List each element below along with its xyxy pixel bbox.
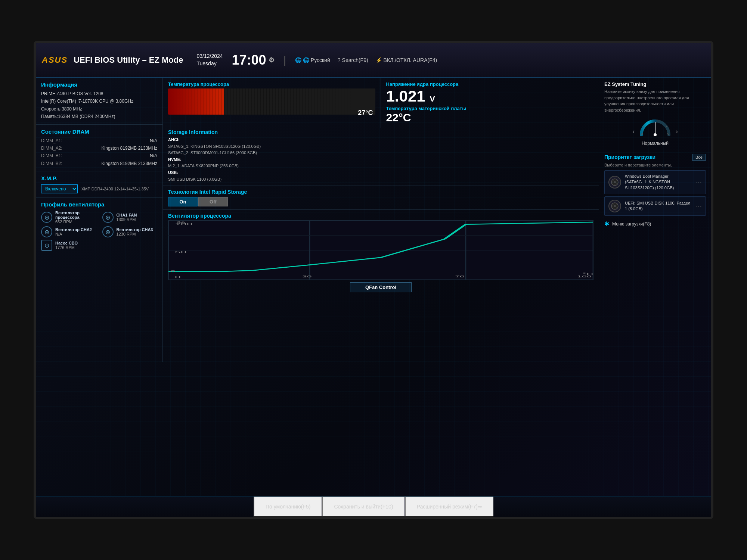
boot-menu-label: Меню загрузки(F8) bbox=[612, 221, 651, 227]
fan-cpu: ⊛ Вентилятор процессора 652 RPM bbox=[41, 211, 96, 224]
boot-all-btn[interactable]: Все bbox=[692, 154, 706, 161]
fan-chart-title: Вентилятор процессора bbox=[168, 213, 593, 219]
gear-icon[interactable]: ⚙ bbox=[269, 56, 275, 64]
bios-screen: ASUS UEFI BIOS Utility – EZ Mode 03/12/2… bbox=[34, 41, 713, 519]
date-value: 03/12/2024 bbox=[196, 53, 223, 59]
svg-point-19 bbox=[654, 133, 657, 136]
ez-arrow-left[interactable]: ‹ bbox=[632, 128, 635, 136]
ez-meter-label: Нормальный bbox=[638, 141, 672, 146]
fan-pump: ⊙ Насос СВО 1776 RPM bbox=[41, 240, 96, 251]
boot-item-1-dots: ⋯ bbox=[696, 179, 702, 186]
m2: M.2_1: ADATA SX8200PNP (256.0GB) bbox=[168, 163, 593, 169]
search-label: Search(F9) bbox=[342, 57, 368, 63]
footer-defaults-btn[interactable]: По умолчанию(F5) bbox=[254, 497, 322, 517]
boot-menu-btn[interactable]: ✱ Меню загрузки(F8) bbox=[604, 218, 651, 230]
divider: | bbox=[283, 54, 286, 66]
usb-label: USB: bbox=[168, 169, 593, 176]
fan-profile-title: Профиль вентилятора bbox=[41, 201, 157, 208]
ahci-label: AHCI: bbox=[168, 137, 593, 143]
center-column: Температура процессора 27°C Напряжение я… bbox=[163, 78, 599, 362]
xmp-controls: Включено Выключено XMP DDR4-2400 12-14-1… bbox=[41, 184, 157, 193]
sata2: SATA6G_2: ST3000DM001-1CH166 (3000.5GB) bbox=[168, 150, 593, 156]
lang-btn[interactable]: 🌐 🌐 Русский bbox=[295, 57, 330, 63]
storage-section: Storage Information AHCI: SATA6G_1: KING… bbox=[163, 126, 599, 186]
cpu-temp-block: Температура процессора 27°C bbox=[163, 78, 381, 128]
fan-cha2-icon: ⊛ bbox=[41, 226, 52, 237]
fan-chart-wrapper: 100 50 0 0 30 70 100 °C % bbox=[168, 220, 593, 280]
boot-disk-icon-1 bbox=[608, 176, 621, 189]
svg-point-28 bbox=[614, 205, 616, 207]
svg-text:%: % bbox=[177, 221, 186, 224]
cpu-temp-title: Температура процессора bbox=[168, 81, 375, 87]
rst-on-btn[interactable]: On bbox=[168, 197, 198, 206]
mb-temp-value: 22°C bbox=[386, 111, 594, 124]
xmp-select[interactable]: Включено Выключено bbox=[41, 184, 78, 193]
boot-header: Приоритет загрузки Все bbox=[604, 154, 706, 161]
svg-point-25 bbox=[614, 181, 616, 183]
xmp-section: X.M.P. Включено Выключено XMP DDR4-2400 … bbox=[36, 171, 162, 197]
storage-content: AHCI: SATA6G_1: KINGSTON SH103S3120G (12… bbox=[168, 137, 593, 183]
cpu-voltage-title: Напряжение ядра процессора bbox=[386, 81, 594, 87]
asus-logo: ASUS bbox=[42, 55, 68, 65]
bios-title: UEFI BIOS Utility – EZ Mode bbox=[74, 55, 183, 65]
nvme-label: NVME: bbox=[168, 156, 593, 163]
boot-item-2[interactable]: UEFI: SMI USB DISK 1100, Раздел 1 (8.0GB… bbox=[604, 196, 706, 216]
left-column: Информация PRIME Z490-P BIOS Ver. 1208 I… bbox=[36, 78, 163, 362]
boot-section: Приоритет загрузки Все Выберите и перета… bbox=[599, 150, 711, 362]
aura-btn[interactable]: ⚡ ВКЛ./ОТКЛ. AURA(F4) bbox=[376, 57, 437, 63]
dram-a2: DIMM_A2: Kingston 8192MB 2133MHz bbox=[41, 144, 157, 152]
ez-tuning-title: EZ System Tuning bbox=[604, 81, 706, 87]
boot-item-1-name: Windows Boot Manager (SATA6G_1: KINGSTON… bbox=[625, 174, 692, 191]
rst-title: Технология Intel Rapid Storage bbox=[168, 189, 593, 195]
search-btn[interactable]: ? Search(F9) bbox=[338, 57, 368, 63]
svg-text:70: 70 bbox=[455, 275, 464, 278]
xmp-profile: XMP DDR4-2400 12-14-14-35-1.35V bbox=[81, 187, 149, 191]
svg-text:0: 0 bbox=[175, 275, 181, 279]
svg-text:0: 0 bbox=[171, 270, 176, 273]
fan-cha3-icon: ⊛ bbox=[102, 226, 114, 237]
boot-item-2-name: UEFI: SMI USB DISK 1100, Раздел 1 (8.0GB… bbox=[625, 200, 692, 212]
dram-b2: DIMM_B2: Kingston 8192MB 2133MHz bbox=[41, 160, 157, 167]
cpu-stats: Температура процессора 27°C Напряжение я… bbox=[163, 78, 599, 126]
info-cpu: Intel(R) Core(TM) i7-10700K CPU @ 3.80GH… bbox=[41, 97, 157, 105]
boot-title: Приоритет загрузки bbox=[604, 154, 655, 160]
right-column: EZ System Tuning Нажмите иконку внизу дл… bbox=[599, 78, 711, 362]
fan-pump-icon: ⊙ bbox=[41, 240, 52, 251]
cpu-temp-value: 27°C bbox=[358, 109, 373, 117]
sata1: SATA6G_1: KINGSTON SH103S3120G (120.0GB) bbox=[168, 143, 593, 150]
day-value: Tuesday bbox=[196, 60, 216, 66]
svg-text:50: 50 bbox=[175, 250, 187, 254]
fan-cha3: ⊛ Вентилятор CHA3 1230 RPM bbox=[102, 226, 158, 237]
fan-grid: ⊛ Вентилятор процессора 652 RPM ⊛ CHA1 F… bbox=[41, 211, 157, 251]
boot-item-1[interactable]: Windows Boot Manager (SATA6G_1: KINGSTON… bbox=[604, 170, 706, 194]
fan-cha2: ⊛ Вентилятор CHA2 N/A bbox=[41, 226, 96, 237]
rst-section: Технология Intel Rapid Storage On Off bbox=[163, 186, 599, 210]
footer: По умолчанию(F5) Сохранить и выйти(F10) … bbox=[36, 496, 711, 517]
search-icon: ? bbox=[338, 57, 341, 63]
footer-save-btn[interactable]: Сохранить и выйти(F10) bbox=[322, 497, 405, 517]
qfan-btn[interactable]: QFan Control bbox=[350, 282, 412, 292]
lang-label: 🌐 Русский bbox=[303, 57, 330, 63]
dram-a1: DIMM_A1: N/A bbox=[41, 137, 157, 144]
time-display: 17:00 ⚙ bbox=[232, 52, 275, 68]
fan-profile-section: Профиль вентилятора ⊛ Вентилятор процесс… bbox=[36, 197, 162, 362]
usb: SMI USB DISK 1100 (8.0GB) bbox=[168, 176, 593, 183]
info-content: PRIME Z490-P BIOS Ver. 1208 Intel(R) Cor… bbox=[41, 90, 157, 121]
info-section: Информация PRIME Z490-P BIOS Ver. 1208 I… bbox=[36, 78, 162, 125]
fan-cha1: ⊛ CHA1 FAN 1309 RPM bbox=[102, 211, 158, 224]
fan-chart-svg: 100 50 0 0 30 70 100 °C % bbox=[168, 221, 593, 280]
dram-items: DIMM_A1: N/A DIMM_A2: Kingston 8192MB 21… bbox=[41, 137, 157, 168]
info-title: Информация bbox=[41, 81, 157, 88]
fan-cpu-icon: ⊛ bbox=[41, 212, 52, 223]
boot-disk-icon-2 bbox=[608, 200, 621, 212]
mb-temp-block: Температура материнской платы 22°C bbox=[386, 106, 594, 124]
info-model: PRIME Z490-P BIOS Ver. 1208 bbox=[41, 90, 157, 97]
time-value: 17:00 bbox=[232, 52, 266, 68]
storage-title: Storage Information bbox=[168, 129, 593, 135]
rst-off-btn[interactable]: Off bbox=[198, 197, 228, 206]
globe-icon: 🌐 bbox=[295, 57, 301, 63]
ez-arrow-right[interactable]: › bbox=[676, 128, 678, 136]
ez-meter-wrapper: ‹ bbox=[604, 117, 706, 146]
footer-advanced-btn[interactable]: Расширенный режим(F7)⇒ bbox=[405, 497, 493, 517]
info-memory: Память:16384 MB (DDR4 2400MHz) bbox=[41, 113, 157, 120]
